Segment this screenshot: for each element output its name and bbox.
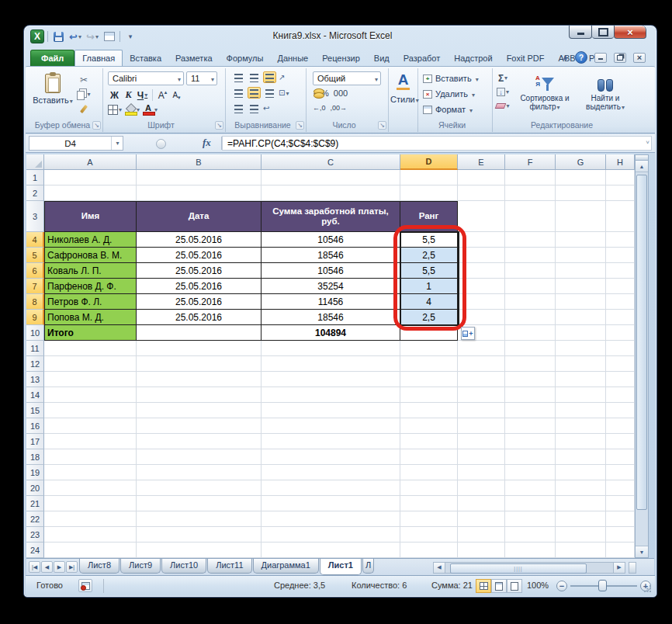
copy-button[interactable]: [77, 88, 91, 101]
autosum-button[interactable]: Σ: [496, 71, 510, 85]
fill-color-button[interactable]: [125, 103, 140, 116]
cell-G9[interactable]: [556, 310, 606, 325]
cell-D7[interactable]: 1: [400, 279, 458, 294]
cell-G12[interactable]: [556, 356, 606, 372]
cell-H21[interactable]: [606, 496, 635, 511]
cell-B20[interactable]: [137, 480, 262, 496]
cell-F15[interactable]: [505, 403, 556, 418]
cell-C10[interactable]: 104894: [262, 325, 400, 341]
cell-E15[interactable]: [458, 403, 505, 418]
name-box[interactable]: D4: [29, 136, 123, 151]
cell-A7[interactable]: Парфенов Д. Ф.: [44, 279, 137, 294]
cell-G4[interactable]: [556, 232, 606, 248]
cell-C20[interactable]: [262, 480, 400, 496]
cell-D17[interactable]: [400, 434, 458, 449]
tab-split-handle[interactable]: [629, 562, 636, 574]
cell-F19[interactable]: [505, 465, 556, 480]
cell-E23[interactable]: [458, 527, 505, 543]
cell-D14[interactable]: [400, 387, 458, 403]
cell-A11[interactable]: [44, 341, 137, 356]
cell-B8[interactable]: 25.05.2016: [137, 294, 262, 310]
accounting-format-button[interactable]: [313, 88, 317, 98]
next-sheet-button[interactable]: ▶: [54, 561, 65, 573]
cell-H4[interactable]: [606, 232, 635, 248]
align-left-button[interactable]: [232, 87, 245, 99]
scroll-up-button[interactable]: ▲: [636, 161, 648, 172]
cell-G19[interactable]: [556, 465, 606, 480]
tab-formulas[interactable]: Формулы: [220, 50, 271, 66]
font-size-combo[interactable]: 11: [186, 71, 217, 85]
cell-E14[interactable]: [458, 387, 505, 403]
cell-D11[interactable]: [400, 341, 458, 356]
cell-E1[interactable]: [458, 170, 505, 185]
wrap-text-icon[interactable]: ↩: [263, 104, 269, 113]
tab-insert[interactable]: Вставка: [123, 50, 168, 66]
format-painter-button[interactable]: [77, 102, 91, 116]
cell-C16[interactable]: [262, 418, 400, 434]
cell-D23[interactable]: [400, 527, 458, 543]
tab-file[interactable]: Файл: [30, 50, 74, 66]
format-cells-button[interactable]: Формат: [423, 105, 473, 114]
tab-home[interactable]: Главная: [74, 50, 123, 66]
clipboard-dialog-launcher[interactable]: ↘: [92, 121, 101, 130]
cell-F18[interactable]: [505, 449, 556, 465]
align-top-button[interactable]: [232, 71, 245, 83]
styles-button[interactable]: А Стили: [390, 72, 416, 104]
cell-G2[interactable]: [556, 185, 606, 201]
sheet-tab-partial[interactable]: Л: [362, 559, 374, 574]
cell-B3[interactable]: Дата: [137, 201, 262, 232]
row-header-11[interactable]: 11: [26, 341, 44, 356]
font-name-combo[interactable]: Calibri: [108, 71, 184, 85]
cell-G22[interactable]: [556, 511, 606, 527]
cell-F1[interactable]: [505, 170, 556, 185]
formula-input[interactable]: =РАНГ.СР(C4;$C$4:$C$9) ˅: [222, 136, 652, 151]
cell-A20[interactable]: [44, 480, 137, 496]
cell-G23[interactable]: [556, 527, 606, 543]
cell-D6[interactable]: 5,5: [400, 263, 458, 279]
cell-H17[interactable]: [606, 434, 635, 449]
horizontal-scroll-track[interactable]: ||||: [445, 562, 613, 574]
resize-grip-icon[interactable]: [644, 585, 652, 593]
cell-D10[interactable]: [400, 325, 458, 341]
row-header-17[interactable]: 17: [26, 434, 44, 449]
align-right-button[interactable]: [263, 87, 276, 99]
cell-B6[interactable]: 25.05.2016: [137, 263, 262, 279]
cell-D24[interactable]: [400, 543, 458, 558]
bold-button[interactable]: Ж: [108, 88, 121, 102]
cell-G7[interactable]: [556, 279, 606, 294]
vertical-scrollbar[interactable]: ▲ ▼: [635, 154, 649, 558]
cell-B11[interactable]: [137, 341, 262, 356]
cell-E24[interactable]: [458, 543, 505, 558]
collapse-ribbon-icon[interactable]: ∧: [563, 54, 568, 61]
cell-D4[interactable]: 5,5: [400, 232, 458, 248]
cell-A15[interactable]: [44, 403, 137, 418]
cell-B15[interactable]: [137, 403, 262, 418]
cell-E4[interactable]: [458, 232, 505, 248]
name-box-dropdown[interactable]: [111, 137, 123, 150]
cell-A2[interactable]: [44, 185, 137, 201]
cell-H2[interactable]: [606, 185, 635, 201]
zoom-slider-thumb[interactable]: [598, 580, 607, 591]
cell-F6[interactable]: [505, 263, 556, 279]
cell-G11[interactable]: [556, 341, 606, 356]
cell-G18[interactable]: [556, 449, 606, 465]
row-header-5[interactable]: 5: [26, 248, 44, 263]
scroll-right-button[interactable]: ▶: [613, 562, 625, 574]
cell-C15[interactable]: [262, 403, 400, 418]
row-header-14[interactable]: 14: [26, 387, 44, 403]
cell-E2[interactable]: [458, 185, 505, 201]
cell-E7[interactable]: [458, 279, 505, 294]
cell-C7[interactable]: 35254: [262, 279, 400, 294]
cell-H7[interactable]: [606, 279, 635, 294]
cell-H16[interactable]: [606, 418, 635, 434]
decrease-decimal-button[interactable]: ,00→: [331, 104, 348, 112]
row-header-23[interactable]: 23: [26, 527, 44, 543]
sheet-tab-list11[interactable]: Лист11: [207, 559, 251, 574]
cell-D19[interactable]: [400, 465, 458, 480]
tab-addins[interactable]: Надстрой: [447, 50, 499, 66]
redo-button[interactable]: ↪: [85, 30, 99, 43]
italic-button[interactable]: К: [122, 88, 135, 102]
cell-B2[interactable]: [137, 185, 262, 201]
cell-A14[interactable]: [44, 387, 137, 403]
column-header-B[interactable]: B: [137, 154, 262, 170]
